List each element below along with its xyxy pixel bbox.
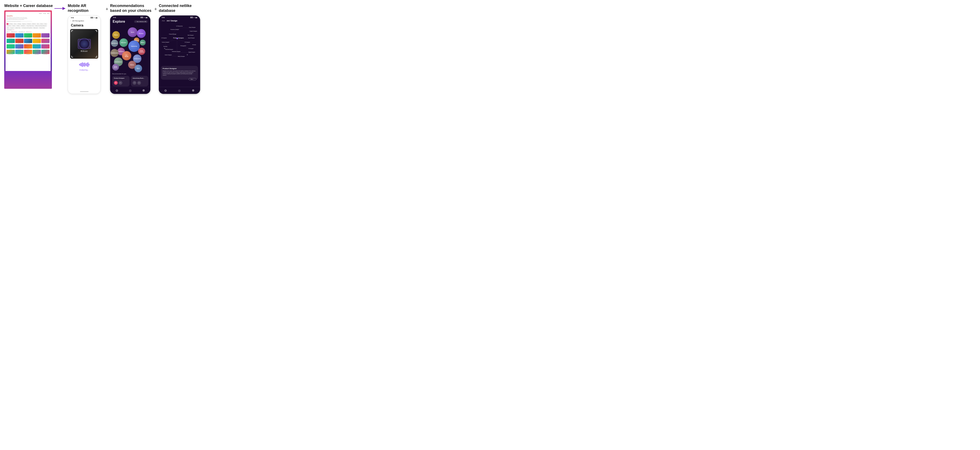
- filter-tag-biz[interactable]: Business: [40, 23, 43, 25]
- node-interaction-designer[interactable]: Interaction Designer: [172, 51, 180, 52]
- tab-profile-icon[interactable]: ⚉: [142, 89, 145, 92]
- node-illustrator[interactable]: Illustrator: [164, 46, 167, 47]
- filter-tag-building[interactable]: Building / Ground Cleaning / Maintenance: [35, 25, 47, 27]
- career-card-13[interactable]: Lawyer: [24, 44, 32, 49]
- nav-groups[interactable]: Groups: [43, 13, 46, 14]
- ad-tab-ar-icon[interactable]: ◎: [178, 89, 181, 92]
- tab-explore-icon[interactable]: ⊙: [116, 89, 118, 92]
- node-interior-designer[interactable]: Interior Designer: [165, 54, 172, 56]
- heart-button-2[interactable]: ♡: [132, 81, 136, 85]
- node-product-designer[interactable]: Product Designer: [173, 37, 184, 38]
- node-photographer[interactable]: Photographer: [180, 45, 186, 46]
- node-motion-designer[interactable]: Motion Designer: [178, 56, 185, 57]
- career-card-6[interactable]: Nursing Assistant: [6, 39, 15, 44]
- node-web-designer[interactable]: Web Designer: [188, 35, 194, 36]
- career-card-20[interactable]: Product Designer: [41, 50, 49, 55]
- career-card-17[interactable]: Dental Hygienist: [15, 50, 24, 55]
- node-game-designer[interactable]: Game Designer: [189, 27, 196, 28]
- nav-explore[interactable]: Explore: [39, 13, 42, 14]
- filter-tag-sports[interactable]: Sports: [37, 23, 40, 25]
- filter-tag-food[interactable]: Food Preparation and Serving Related: [21, 27, 33, 29]
- filter-tag-art[interactable]: Art / Design: [9, 23, 13, 25]
- bubble-manufacture[interactable]: Manufacture: [111, 40, 118, 47]
- sort-salary[interactable]: Salary: 80k+: [6, 32, 10, 32]
- nav-match[interactable]: Match: [47, 13, 49, 14]
- filter-tag-edu[interactable]: Education: [12, 25, 16, 27]
- filter-tag-fin[interactable]: Finance: [44, 23, 47, 25]
- career-card-16[interactable]: Recruiting Manager: [6, 50, 15, 55]
- rec-card-1[interactable]: Product Designer ♥ −: [112, 76, 130, 86]
- bubble-finance[interactable]: Finance: [112, 31, 120, 39]
- filter-tag-ent[interactable]: Entertainment: [27, 23, 31, 25]
- career-card-2[interactable]: Technology Senior: [15, 33, 24, 38]
- career-card-9[interactable]: Information Security Analyst: [33, 39, 41, 44]
- tab-ar-icon[interactable]: ◎: [129, 89, 132, 92]
- node-production-designer[interactable]: Production Designer: [170, 29, 179, 30]
- sort-balance[interactable]: Work Life Balance: 7/10: [19, 32, 25, 32]
- pd-more-button[interactable]: More →: [189, 78, 196, 80]
- filter-tag-admin[interactable]: Administration: [21, 25, 25, 27]
- bubble-sports[interactable]: Sports: [128, 27, 137, 37]
- bubble-business[interactable]: Business: [137, 29, 146, 38]
- ad-tab-explore-icon[interactable]: ⊙: [164, 89, 167, 92]
- filter-tag-military[interactable]: Military Specific: [33, 27, 38, 29]
- career-card-15[interactable]: Software Engineer: [41, 44, 49, 49]
- bubble-social-service[interactable]: SocialService: [112, 64, 119, 70]
- filter-tag-tech[interactable]: Technology: [17, 23, 21, 25]
- bubble-food[interactable]: Food/Catering: [138, 48, 145, 55]
- sort-satisfaction[interactable]: Satisfaction Rate: 80%+: [11, 32, 18, 32]
- collection-badge[interactable]: ♡ My Collection (48): [134, 20, 148, 23]
- filter-tag-const[interactable]: Construction: [10, 27, 14, 29]
- filter-tag-health[interactable]: Healthcare: [16, 25, 20, 27]
- node-ux-designer[interactable]: UX Designer: [185, 42, 190, 43]
- bubble-artdesign[interactable]: Art /Design: [122, 51, 131, 61]
- filter-tag-all[interactable]: All: [6, 23, 8, 25]
- filter-tag-prod[interactable]: Production Related: [39, 27, 45, 29]
- node-ux-engineer[interactable]: UX Engineer: [161, 37, 167, 38]
- rec-card-2[interactable]: Advertising Illustr... ♡ −: [131, 76, 148, 86]
- corner-bl: [72, 56, 73, 57]
- node-visual-designer[interactable]: Visual Designer: [188, 37, 195, 38]
- filter-tag-farming[interactable]: Farming / Fishing / Forestry: [26, 25, 34, 27]
- filter-tag-eng[interactable]: Engineering: [22, 23, 26, 25]
- career-card-11[interactable]: Physician: [6, 44, 15, 49]
- filter-tag-install[interactable]: Installation / Repair: [14, 27, 21, 29]
- filter-tag-media[interactable]: Media: [6, 27, 10, 29]
- node-product-manager[interactable]: Product Manager: [169, 34, 177, 35]
- sort-rank[interactable]: Rank: Most Popular: [26, 32, 32, 32]
- bubble-military[interactable]: Military: [140, 40, 146, 46]
- filter-tag-prot[interactable]: Protective Service: [6, 29, 13, 31]
- minus-button-2[interactable]: −: [137, 81, 141, 85]
- career-card-18[interactable]: Data Scientist: [24, 50, 32, 55]
- bubble-music[interactable]: Music: [134, 65, 142, 72]
- node-graphic-designer[interactable]: Graphic Designer: [190, 31, 197, 32]
- node-animator[interactable]: Animator: [192, 44, 196, 45]
- career-card-8[interactable]: Software Engineer: [24, 39, 32, 44]
- career-card-10[interactable]: Information Security Analyst: [41, 39, 49, 44]
- node-industrial-designer[interactable]: Industrial Designer: [165, 49, 173, 50]
- node-fashion-designer[interactable]: Fashion Designer: [162, 42, 169, 43]
- filter-tag-arch[interactable]: Architecture: [32, 23, 36, 25]
- career-card-14[interactable]: Software Engineer: [33, 44, 41, 49]
- filter-tag-science[interactable]: Science: [14, 23, 17, 25]
- bubble-education[interactable]: Education: [119, 38, 128, 47]
- artdesign-back-button[interactable]: ‹ Back: [161, 20, 165, 21]
- ar-back-button[interactable]: ‹: [70, 20, 71, 22]
- bubble-administration[interactable]: Administration: [111, 49, 119, 57]
- filter-more[interactable]: More ›: [13, 29, 14, 30]
- career-card-4[interactable]: Solar Energy Technician: [33, 33, 41, 38]
- career-card-5[interactable]: Solar Energy Technician: [41, 33, 49, 38]
- career-card-12[interactable]: Data Scientist: [15, 44, 24, 49]
- career-card-3[interactable]: Financial Services: [24, 33, 32, 38]
- node-ux-researcher[interactable]: UX Researcher: [176, 26, 183, 27]
- ad-tab-profile-icon[interactable]: ⚉: [192, 89, 195, 92]
- career-card-19[interactable]: Product Designer: [33, 50, 41, 55]
- minus-button-1[interactable]: −: [119, 81, 123, 85]
- filter-tag-ss[interactable]: Social Service: [6, 25, 12, 27]
- heart-button-1[interactable]: ♥: [114, 81, 118, 85]
- node-ui-designer[interactable]: UI Designer: [188, 48, 194, 49]
- career-card-1[interactable]: Medical Field: [6, 33, 15, 38]
- node-digital-designer[interactable]: Digital Designer: [188, 52, 195, 53]
- website-search[interactable]: Search for the careers that you are inte…: [6, 21, 32, 22]
- career-card-7[interactable]: Fitness Trainer: [15, 39, 24, 44]
